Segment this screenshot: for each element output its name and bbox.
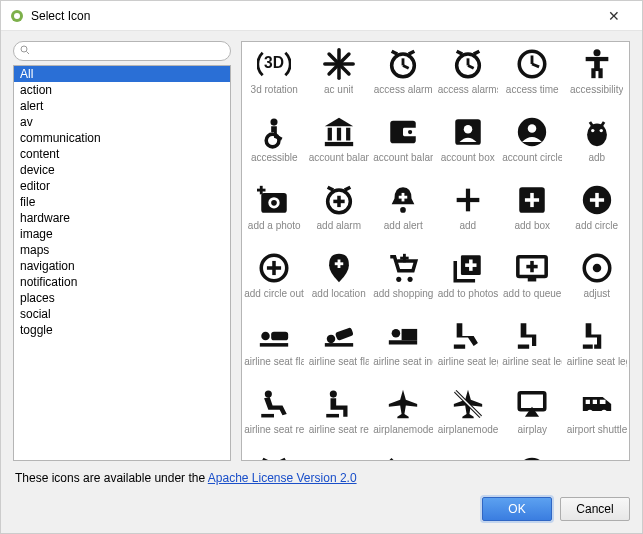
icon-account-circle[interactable]: account circle bbox=[500, 110, 565, 178]
icon-account-balance[interactable]: account balance bbox=[307, 110, 372, 178]
icon-alarm-add[interactable]: alarm add bbox=[307, 450, 372, 461]
ok-button[interactable]: OK bbox=[482, 497, 552, 521]
icon-add-alert[interactable]: add alert bbox=[371, 178, 436, 246]
svg-line-17 bbox=[456, 51, 462, 54]
icon-airplanemode-inactive[interactable]: airplanemode inactive bbox=[436, 382, 501, 450]
category-item-communication[interactable]: communication bbox=[14, 130, 230, 146]
icon-account-box[interactable]: account box bbox=[436, 110, 501, 178]
close-button[interactable]: ✕ bbox=[594, 8, 634, 24]
category-item-all[interactable]: All bbox=[14, 66, 230, 82]
icon-airplay[interactable]: airplay bbox=[500, 382, 565, 450]
category-item-action[interactable]: action bbox=[14, 82, 230, 98]
icon-adb[interactable]: adb bbox=[565, 110, 630, 178]
category-item-navigation[interactable]: navigation bbox=[14, 258, 230, 274]
add-circle-outline-icon bbox=[256, 250, 292, 286]
alarm-add-icon bbox=[321, 454, 357, 461]
icon-accessible[interactable]: accessible bbox=[242, 110, 307, 178]
icon-add-a-photo[interactable]: add a photo bbox=[242, 178, 307, 246]
access-alarm-icon bbox=[385, 46, 421, 82]
add-to-photos-icon bbox=[450, 250, 486, 286]
svg-rect-31 bbox=[346, 128, 350, 141]
icon-add-to-queue[interactable]: add to queue bbox=[500, 246, 565, 314]
icon-airline-seat-flat[interactable]: airline seat flat bbox=[242, 314, 307, 382]
icon-all-inclusive[interactable]: all inclusive bbox=[565, 450, 630, 461]
icon-alarm-on[interactable]: alarm on bbox=[436, 450, 501, 461]
category-item-alert[interactable]: alert bbox=[14, 98, 230, 114]
icon-adjust[interactable]: adjust bbox=[565, 246, 630, 314]
category-list[interactable]: Allactionalertavcommunicationcontentdevi… bbox=[13, 65, 231, 461]
icon-alarm[interactable]: alarm bbox=[242, 450, 307, 461]
icon-label: account balance wallet bbox=[373, 152, 433, 163]
icon-accessibility[interactable]: accessibility bbox=[565, 42, 630, 110]
icon-add-alarm[interactable]: add alarm bbox=[307, 178, 372, 246]
svg-rect-32 bbox=[325, 142, 353, 146]
category-item-places[interactable]: places bbox=[14, 290, 230, 306]
svg-rect-107 bbox=[600, 400, 606, 404]
add-box-icon bbox=[514, 182, 550, 218]
license-link[interactable]: Apache License Version 2.0 bbox=[208, 471, 357, 485]
icon-account-balance-wallet[interactable]: account balance wallet bbox=[371, 110, 436, 178]
icon-label: accessible bbox=[251, 152, 298, 163]
icon-ac-unit[interactable]: ac unit bbox=[307, 42, 372, 110]
icon-label: airline seat individual suite bbox=[373, 356, 433, 367]
alarm-icon bbox=[256, 454, 292, 461]
icon-label: add shopping cart bbox=[373, 288, 433, 299]
svg-point-84 bbox=[262, 332, 271, 341]
svg-rect-95 bbox=[583, 345, 593, 349]
airline-seat-individual-suite-icon bbox=[385, 318, 421, 354]
icon-add-shopping-cart[interactable]: add shopping cart bbox=[371, 246, 436, 314]
icon-alarm-off[interactable]: alarm off bbox=[371, 450, 436, 461]
icon-label: add circle outline bbox=[244, 288, 304, 299]
icon-access-alarms[interactable]: access alarms bbox=[436, 42, 501, 110]
icon-label: add circle bbox=[575, 220, 618, 231]
icon-airline-seat-recline-normal[interactable]: airline seat recline normal bbox=[307, 382, 372, 450]
icon-airline-seat-flat-angled[interactable]: airline seat flat angled bbox=[307, 314, 372, 382]
icon-access-time[interactable]: access time bbox=[500, 42, 565, 110]
icon-label: account box bbox=[441, 152, 495, 163]
icon-add-circle-outline[interactable]: add circle outline bbox=[242, 246, 307, 314]
icon-add-box[interactable]: add box bbox=[500, 178, 565, 246]
category-item-social[interactable]: social bbox=[14, 306, 230, 322]
icon-airline-seat-individual-suite[interactable]: airline seat individual suite bbox=[371, 314, 436, 382]
icon-add-circle[interactable]: add circle bbox=[565, 178, 630, 246]
icon-3d-rotation[interactable]: 3D3d rotation bbox=[242, 42, 307, 110]
icon-label: access alarm bbox=[374, 84, 433, 95]
svg-line-44 bbox=[601, 122, 604, 126]
icon-add-to-photos[interactable]: add to photos bbox=[436, 246, 501, 314]
icon-airline-seat-legroom-reduced[interactable]: airline seat legroom reduced bbox=[565, 314, 630, 382]
svg-rect-29 bbox=[327, 128, 331, 141]
category-item-device[interactable]: device bbox=[14, 162, 230, 178]
accessibility-icon bbox=[579, 46, 615, 82]
category-item-maps[interactable]: maps bbox=[14, 242, 230, 258]
category-item-image[interactable]: image bbox=[14, 226, 230, 242]
icon-airplanemode-active[interactable]: airplanemode active bbox=[371, 382, 436, 450]
category-item-av[interactable]: av bbox=[14, 114, 230, 130]
icon-add-location[interactable]: add location bbox=[307, 246, 372, 314]
category-item-editor[interactable]: editor bbox=[14, 178, 230, 194]
icon-label: add location bbox=[312, 288, 366, 299]
svg-point-83 bbox=[593, 264, 602, 273]
3d-rotation-icon: 3D bbox=[256, 46, 292, 82]
icon-grid-panel[interactable]: 3D3d rotationac unitaccess alarmaccess a… bbox=[241, 41, 630, 461]
license-text: These icons are available under the Apac… bbox=[13, 461, 630, 491]
icon-label: airline seat flat angled bbox=[309, 356, 369, 367]
category-item-content[interactable]: content bbox=[14, 146, 230, 162]
cancel-button[interactable]: Cancel bbox=[560, 497, 630, 521]
svg-line-54 bbox=[344, 187, 350, 190]
icon-airport-shuttle[interactable]: airport shuttle bbox=[565, 382, 630, 450]
search-input[interactable] bbox=[13, 41, 231, 61]
category-item-toggle[interactable]: toggle bbox=[14, 322, 230, 338]
icon-access-alarm[interactable]: access alarm bbox=[371, 42, 436, 110]
svg-point-2 bbox=[21, 46, 27, 52]
icon-add[interactable]: add bbox=[436, 178, 501, 246]
icon-airline-seat-legroom-extra[interactable]: airline seat legroom extra bbox=[436, 314, 501, 382]
icon-label: airline seat legroom normal bbox=[502, 356, 562, 367]
svg-point-72 bbox=[408, 277, 413, 282]
svg-line-53 bbox=[327, 187, 333, 190]
category-item-file[interactable]: file bbox=[14, 194, 230, 210]
icon-airline-seat-recline-extra[interactable]: airline seat recline extra bbox=[242, 382, 307, 450]
category-item-notification[interactable]: notification bbox=[14, 274, 230, 290]
category-item-hardware[interactable]: hardware bbox=[14, 210, 230, 226]
icon-album[interactable]: album bbox=[500, 450, 565, 461]
icon-airline-seat-legroom-normal[interactable]: airline seat legroom normal bbox=[500, 314, 565, 382]
